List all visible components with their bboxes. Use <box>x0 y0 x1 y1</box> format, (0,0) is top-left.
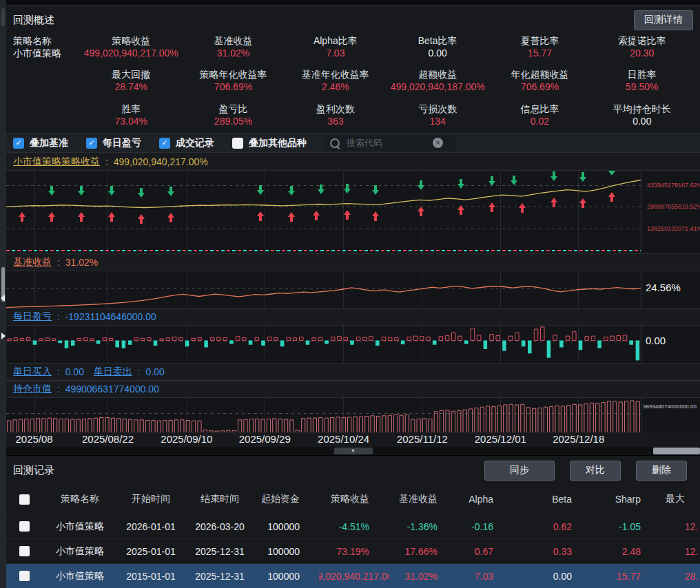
daily-buy-name[interactable]: 单日买入 <box>13 366 52 378</box>
buy-arrow-icon <box>19 212 25 217</box>
records-titlebar: 回测记录 同步对比删除 <box>6 456 700 485</box>
checkbox-item[interactable]: 叠加基准 <box>13 137 68 149</box>
stat-value: 499,020,940,187.00% <box>387 81 488 93</box>
stat-label: 日胜率 <box>591 68 693 81</box>
stat-label: 基准年化收益率 <box>285 68 387 81</box>
table-cell: 7.03 <box>457 571 513 582</box>
column-header: 起始资金 <box>256 493 319 505</box>
sell-arrow-icon <box>257 190 264 195</box>
sell-arrow-icon <box>344 189 351 193</box>
row-checkbox-cell <box>6 571 42 581</box>
buy-arrow-icon <box>372 211 379 216</box>
stat-cell: 亏损次数134 <box>387 103 488 127</box>
table-cell: 2.48 <box>591 546 660 557</box>
checkbox-item[interactable]: 叠加其他品种 <box>232 137 307 149</box>
pnl-axis: 0.00 <box>641 326 700 363</box>
stat-value: 0.02 <box>488 115 590 127</box>
checked-checkbox[interactable] <box>86 138 97 149</box>
table-row[interactable]: 小市值策略2015-01-012025-12-31100000499,020,9… <box>6 563 700 588</box>
table-cell: 28. <box>660 571 700 582</box>
sell-arrow-icon <box>488 181 495 186</box>
stat-cell: 基准年化收益率2.46% <box>285 68 387 93</box>
checked-checkbox[interactable] <box>159 138 170 149</box>
daily-sell-name[interactable]: 单日卖出 <box>94 366 132 378</box>
date-tick: 2025/08/22 <box>82 433 134 445</box>
clear-search-icon[interactable]: × <box>433 138 443 148</box>
main-series-value: 499,020,940,217.00% <box>114 156 208 167</box>
pnl-legend: 每日盈亏 : -19231104646000.00 <box>6 308 700 326</box>
select-all-checkbox[interactable] <box>19 494 30 505</box>
checkbox-label: 每日盈亏 <box>103 137 141 149</box>
table-cell: -1.05 <box>591 521 660 532</box>
expand-right-arrow-icon[interactable] <box>1 333 6 339</box>
buy-arrow-icon <box>108 212 115 217</box>
benchmark-return-chart[interactable] <box>6 271 641 308</box>
scrollbar-thumb[interactable] <box>653 448 700 454</box>
stat-value: 0.00 <box>387 47 488 59</box>
date-tick: 2025/11/12 <box>397 433 448 445</box>
collapse-left-arrow-icon[interactable] <box>1 295 5 302</box>
backtest-detail-button[interactable]: 回测详情 <box>634 10 693 30</box>
row-checkbox[interactable] <box>19 546 30 556</box>
backtest-overview-panel: 回测概述 回测详情 策略名称小市值策略策略收益499,020,940,217.0… <box>6 6 700 588</box>
table-cell: 2025-01-01 <box>118 546 184 557</box>
stat-value: 73.04% <box>80 115 182 127</box>
stat-cell: 策略收益499,020,940,217.00% <box>80 34 182 59</box>
table-cell: 0.67 <box>457 546 513 557</box>
sync-button[interactable]: 同步 <box>484 461 555 481</box>
records-table: 策略名称开始时间结束时间起始资金策略收益基准收益AlphaBetaSharp最大… <box>6 485 700 588</box>
buy-arrow-icon <box>78 212 85 217</box>
position-value-chart[interactable] <box>6 398 641 432</box>
pnl-series-name[interactable]: 每日盈亏 <box>13 311 52 323</box>
sell-arrow-icon <box>372 190 379 195</box>
table-cell: 17.66% <box>389 546 457 557</box>
position-series-name[interactable]: 持仓市值 <box>13 383 52 395</box>
checked-checkbox[interactable] <box>13 138 24 149</box>
row-checkbox[interactable] <box>19 521 30 532</box>
main-chart-legend: 小市值策略策略收益 : 499,020,940,217.00% <box>6 152 700 171</box>
table-cell: 0.33 <box>513 546 591 557</box>
daily-sell-value: 0.00 <box>146 366 165 377</box>
checkbox-label: 成交记录 <box>176 137 214 149</box>
table-row[interactable]: 小市值策略2025-01-012025-12-3110000073.19%17.… <box>6 538 700 563</box>
benchmark-axis-label: 24.56% <box>646 282 681 293</box>
collapse-handle[interactable]: ▼ <box>334 448 373 454</box>
date-tick: 2025/09/29 <box>239 433 291 445</box>
daily-pnl-chart[interactable] <box>6 326 641 363</box>
date-tick: 2025/12/01 <box>475 433 526 445</box>
buy-arrow-icon <box>519 203 526 208</box>
sell-arrow-icon <box>78 191 85 196</box>
stat-label: 索提诺比率 <box>591 34 693 47</box>
unchecked-checkbox[interactable] <box>232 138 243 149</box>
sell-arrow-icon <box>318 189 325 194</box>
delete-button[interactable]: 删除 <box>636 461 687 481</box>
table-cell: 2015-01-01 <box>118 571 184 582</box>
compare-button[interactable]: 对比 <box>570 461 621 481</box>
column-header: Beta <box>513 494 591 505</box>
table-cell: 小市值策略 <box>42 570 118 582</box>
sell-arrow-icon <box>167 191 174 196</box>
stat-cell: 日胜率59.50% <box>591 68 693 93</box>
table-cell: 12. <box>660 521 700 532</box>
position-series-value: 499006631774000.00 <box>65 384 159 395</box>
row-checkbox[interactable] <box>19 571 30 581</box>
buy-arrow-icon <box>488 202 495 207</box>
stat-label: 超额收益 <box>387 68 488 81</box>
checkbox-item[interactable]: 每日盈亏 <box>86 137 141 149</box>
table-cell: 15.77 <box>591 571 660 582</box>
main-series-name[interactable]: 小市值策略策略收益 <box>13 156 100 168</box>
page-title: 回测概述 <box>13 14 54 27</box>
stat-label: 盈利次数 <box>285 103 387 115</box>
stat-label: 胜率 <box>80 103 182 115</box>
table-row[interactable]: 小市值策略2026-01-012026-03-20100000-4.51%-1.… <box>6 514 700 538</box>
stat-value: 小市值策略 <box>13 47 80 59</box>
search-input[interactable] <box>345 137 427 149</box>
strategy-return-chart[interactable] <box>6 171 641 253</box>
benchmark-series-name[interactable]: 基准收益 <box>13 256 52 269</box>
buy-arrow-icon <box>344 210 351 215</box>
table-cell: 小市值策略 <box>42 521 118 533</box>
table-cell: 31.02% <box>389 571 457 582</box>
search-box[interactable]: × <box>325 136 456 151</box>
checkbox-item[interactable]: 成交记录 <box>159 137 214 149</box>
records-title: 回测记录 <box>13 464 54 477</box>
